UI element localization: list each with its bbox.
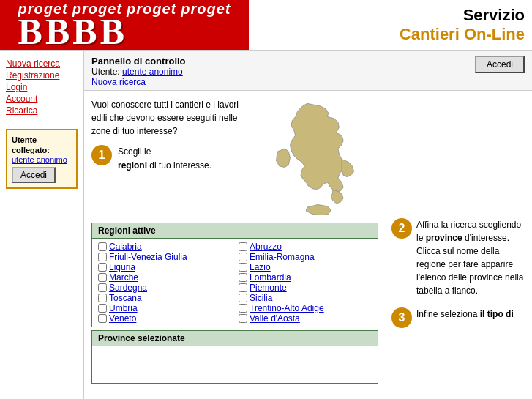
panel-title: Pannello di controllo (91, 56, 186, 67)
region-link-emilia[interactable]: Emilia-Romagna (250, 252, 315, 262)
region-item-lombardia: Lombardia (239, 272, 372, 283)
region-item-sicilia: Sicilia (239, 293, 372, 303)
region-item-umbria: Umbria (98, 303, 231, 313)
regions-header: Regioni attive (92, 223, 378, 239)
sidebar-registrazione[interactable]: Registrazione (6, 70, 78, 81)
intro-description: Vuoi conoscere tutti i cantieri e i lavo… (91, 98, 239, 138)
logo-b3: B (72, 13, 97, 50)
region-item-veneto: Veneto (98, 313, 231, 324)
region-checkbox-marche[interactable] (98, 273, 107, 282)
step2-description: Clicca sul nome della regione per fare a… (416, 246, 523, 296)
step1-text-bold: regioni (118, 160, 147, 171)
sidebar-account[interactable]: Account (6, 94, 78, 104)
province-header: Province selezionate (92, 331, 378, 346)
connected-label: Utente collegato: (12, 135, 50, 154)
connected-box: Utente collegato: utente anonimo Accedi (6, 129, 78, 189)
step2-circle: 2 (391, 218, 412, 239)
region-item-abruzzo: Abruzzo (239, 242, 372, 252)
region-checkbox-toscana[interactable] (98, 294, 107, 302)
panel-left: Pannello di controllo Utente: utente ano… (91, 56, 186, 87)
utente-link[interactable]: utente anonimo (122, 67, 183, 77)
connected-user-link[interactable]: utente anonimo (12, 155, 72, 164)
step1-text-before: Scegli le (118, 146, 151, 157)
right-panel: 2 Affina la ricerca scegliendo le provin… (386, 91, 532, 387)
province-body (92, 346, 378, 383)
step3-text-before: Infine seleziona (416, 309, 477, 319)
region-checkbox-trentino[interactable] (239, 304, 247, 313)
regions-left-col: Calabria Friuli-Venezia Giulia Liguria (98, 242, 231, 324)
step1-text: Scegli le regioni di tuo interesse. (118, 145, 211, 173)
sidebar-login[interactable]: Login (6, 82, 78, 92)
region-item-sardegna: Sardegna (98, 283, 231, 293)
step2-text: Affina la ricerca scegliendo le province… (416, 218, 526, 297)
logo-b2: B (45, 13, 70, 50)
step3-text: Infine seleziona il tipo di (416, 307, 514, 321)
step2-text-after: d'interesse. (465, 233, 509, 243)
region-item-toscana: Toscana (98, 293, 231, 303)
region-checkbox-sardegna[interactable] (98, 283, 107, 292)
region-item-lazio: Lazio (239, 262, 372, 272)
region-checkbox-veneto[interactable] (98, 314, 107, 323)
step2-info: 2 Affina la ricerca scegliendo le provin… (391, 218, 526, 297)
service-title: Servizio (463, 6, 525, 25)
region-link-piemonte[interactable]: Piemonte (250, 283, 287, 293)
control-panel: Pannello di controllo Utente: utente ano… (84, 51, 532, 91)
region-checkbox-piemonte[interactable] (239, 283, 247, 292)
region-link-toscana[interactable]: Toscana (109, 293, 142, 303)
region-link-lombardia[interactable]: Lombardia (250, 272, 291, 283)
region-checkbox-abruzzo[interactable] (239, 242, 247, 251)
region-link-calabria[interactable]: Calabria (109, 242, 142, 252)
region-checkbox-emilia[interactable] (239, 253, 247, 261)
region-checkbox-calabria[interactable] (98, 242, 107, 251)
region-checkbox-umbria[interactable] (98, 304, 107, 313)
service-area: Servizio Cantieri On-Line (249, 0, 532, 50)
step3-circle: 3 (391, 307, 412, 328)
logo-word-4: proget (181, 1, 231, 18)
step1-text-after: di tuo interesse. (149, 160, 211, 171)
region-link-sardegna[interactable]: Sardegna (109, 283, 147, 293)
region-item-piemonte: Piemonte (239, 283, 372, 293)
step1-row: 1 Scegli le regioni di tuo interesse. (91, 145, 239, 173)
region-link-lazio[interactable]: Lazio (250, 262, 271, 272)
region-item-trentino: Trentino-Alto Adige (239, 303, 372, 313)
accedi-button[interactable]: Accedi (475, 56, 525, 73)
logo-b4: B (100, 13, 124, 50)
region-checkbox-liguria[interactable] (98, 263, 107, 272)
italy-map (250, 98, 375, 215)
regions-right-col: Abruzzo Emilia-Romagna Lazio (239, 242, 372, 324)
region-checkbox-lombardia[interactable] (239, 273, 247, 282)
region-link-umbria[interactable]: Umbria (109, 303, 138, 313)
region-item-valle: Valle d'Aosta (239, 313, 372, 324)
region-link-valle[interactable]: Valle d'Aosta (250, 313, 300, 324)
logo-area: proget proget proget proget B B B B (0, 0, 249, 50)
logo-b1: B (18, 13, 42, 50)
regions-grid: Calabria Friuli-Venezia Giulia Liguria (92, 239, 378, 327)
region-item-friuli: Friuli-Venezia Giulia (98, 252, 231, 262)
region-link-sicilia[interactable]: Sicilia (250, 293, 272, 303)
region-item-liguria: Liguria (98, 262, 231, 272)
logo-word-3: proget (127, 1, 176, 18)
region-checkbox-sicilia[interactable] (239, 294, 247, 302)
region-link-abruzzo[interactable]: Abruzzo (250, 242, 282, 252)
map-container (247, 98, 378, 215)
region-item-marche: Marche (98, 272, 231, 283)
accedi-button-sidebar[interactable]: Accedi (12, 167, 56, 183)
sidebar-ricarica[interactable]: Ricarica (6, 105, 78, 116)
region-checkbox-friuli[interactable] (98, 253, 107, 261)
region-checkbox-lazio[interactable] (239, 263, 247, 272)
region-link-trentino[interactable]: Trentino-Alto Adige (250, 303, 324, 313)
step1-circle: 1 (91, 145, 112, 165)
region-link-friuli[interactable]: Friuli-Venezia Giulia (109, 252, 187, 262)
province-section: Province selezionate (91, 330, 378, 384)
region-link-marche[interactable]: Marche (109, 272, 138, 283)
region-checkbox-valle[interactable] (239, 314, 247, 323)
region-item-emilia: Emilia-Romagna (239, 252, 372, 262)
step2-text-bold: province (426, 233, 462, 243)
nuova-ricerca-link[interactable]: Nuova ricerca (91, 77, 186, 87)
region-link-veneto[interactable]: Veneto (109, 313, 136, 324)
step3-text-bold: il tipo di (480, 309, 514, 319)
sidebar-nuova-ricerca[interactable]: Nuova ricerca (6, 59, 78, 69)
utente-row: Utente: utente anonimo (91, 67, 186, 77)
regions-section: Regioni attive Calabria Friuli-Venezia G… (91, 223, 378, 327)
region-link-liguria[interactable]: Liguria (109, 262, 135, 272)
